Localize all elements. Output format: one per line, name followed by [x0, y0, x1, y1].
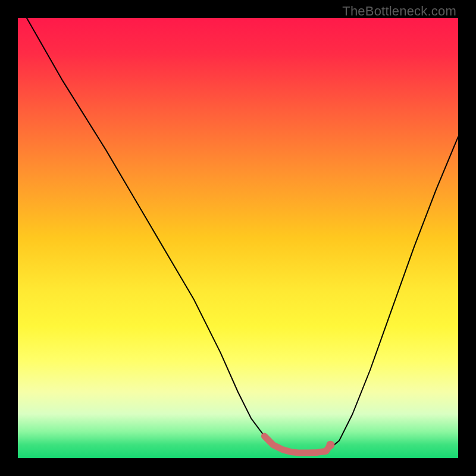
optimal-range-highlight: [264, 436, 330, 453]
bottleneck-curve: [27, 18, 458, 453]
optimal-point-marker: [326, 441, 334, 449]
plot-area: [18, 18, 458, 458]
curve-layer: [18, 18, 458, 458]
credit-text: TheBottleneck.com: [342, 4, 456, 19]
chart-stage: TheBottleneck.com: [0, 0, 476, 476]
